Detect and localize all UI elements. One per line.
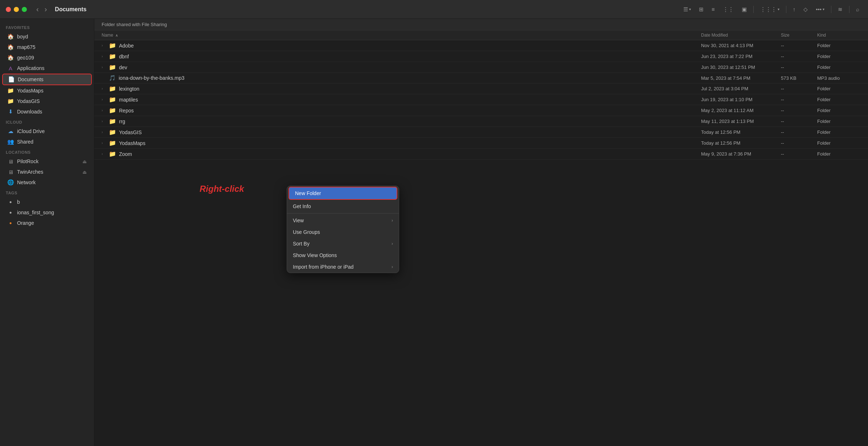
expand-arrow-icon: › [102, 87, 106, 91]
name-column-header[interactable]: Name ∧ [102, 33, 701, 38]
table-row[interactable]: › 📁 maptiles Jun 19, 2023 at 1:10 PM -- … [94, 94, 868, 105]
submenu-arrow-icon: › [392, 264, 393, 269]
context-menu-item-import-iphone[interactable]: Import from iPhone or iPad› [287, 261, 399, 273]
menu-item-label: Sort By [293, 241, 310, 247]
expand-arrow-icon: › [102, 98, 106, 102]
sidebar-item-yodasmaps[interactable]: 📁 YodasMaps [2, 86, 92, 96]
date-modified: Jun 23, 2023 at 7:22 PM [701, 54, 781, 59]
date-modified: Jun 30, 2023 at 12:51 PM [701, 65, 781, 70]
minimize-button[interactable] [14, 7, 19, 12]
separator4 [849, 6, 849, 13]
sidebar-item-label: Applications [17, 65, 45, 71]
menu-item-label: Get Info [293, 203, 311, 209]
file-size: -- [781, 151, 817, 157]
favorites-section-label: Favorites [0, 22, 94, 31]
file-name-cell: › 📁 rrg [102, 118, 701, 125]
gallery-icon: ▣ [742, 6, 747, 13]
tag-button[interactable]: ◇ [801, 4, 811, 15]
sidebar-item-geo109[interactable]: 🏠 geo109 [2, 53, 92, 63]
table-row[interactable]: › 📁 YodasMaps Today at 12:56 PM -- Folde… [94, 138, 868, 149]
file-name-cell: › 📁 lexington [102, 85, 701, 92]
tag-dot-icon: ● [7, 209, 14, 216]
share-button[interactable]: ↑ [790, 4, 799, 14]
sidebar-item-yodasgis[interactable]: 📁 YodasGIS [2, 96, 92, 106]
expand-arrow-icon: › [102, 65, 106, 69]
airdrop-button[interactable]: ≋ [835, 4, 846, 15]
folder-icon: 📁 [109, 96, 116, 103]
sidebar-item-documents[interactable]: 📄 Documents [2, 74, 92, 85]
columns-view-button[interactable]: ⋮⋮ [720, 4, 737, 15]
folder-icon: 📁 [109, 150, 116, 157]
sidebar-item-applications[interactable]: A Applications [2, 63, 92, 73]
date-column-header[interactable]: Date Modified [701, 33, 781, 38]
table-row[interactable]: › 📁 YodasGIS Today at 12:56 PM -- Folder [94, 127, 868, 138]
sidebar-item-pilotrock[interactable]: 🖥 PilotRock ⏏ [2, 156, 92, 166]
kind-column-header[interactable]: Kind [817, 33, 861, 38]
sidebar-item-label: geo109 [17, 55, 34, 61]
sidebar-item-label: TwinArches [17, 169, 43, 175]
sidebar-item-map675[interactable]: 🏠 map675 [2, 42, 92, 52]
sharing-banner: Folder shared with File Sharing [94, 19, 868, 30]
table-row[interactable]: 🎵 iona-down-by-the-banks.mp3 Mar 5, 2023… [94, 73, 868, 83]
sidebar-item-downloads[interactable]: ⬇ Downloads [2, 107, 92, 117]
file-name: maptiles [119, 97, 138, 103]
close-button[interactable] [6, 7, 11, 12]
sidebar-item-tag-orange[interactable]: ● Orange [2, 218, 92, 228]
submenu-arrow-icon: › [392, 218, 393, 223]
context-menu-item-get-info[interactable]: Get Info [287, 201, 399, 212]
table-row[interactable]: › 📁 rrg May 11, 2023 at 1:13 PM -- Folde… [94, 116, 868, 127]
gallery-view-button[interactable]: ▣ [739, 4, 750, 15]
computer-icon: 🖥 [7, 158, 14, 165]
grid-view-button[interactable]: ⊞ [696, 4, 707, 15]
sidebar-item-boyd[interactable]: 🏠 boyd [2, 32, 92, 42]
folder-icon: 📁 [109, 140, 116, 146]
file-name: dbnf [119, 54, 129, 59]
file-name-cell: › 📁 YodasGIS [102, 129, 701, 136]
forward-button[interactable]: › [42, 4, 49, 15]
table-row[interactable]: › 📁 Adobe Nov 30, 2021 at 4:13 PM -- Fol… [94, 40, 868, 51]
rows-view-button[interactable]: ≡ [709, 4, 718, 14]
context-menu-item-sort-by[interactable]: Sort By› [287, 238, 399, 249]
file-size: -- [781, 43, 817, 48]
file-name-cell: › 📁 dbnf [102, 53, 701, 60]
sidebar-item-tag-ionas[interactable]: ● ionas_first_song [2, 207, 92, 218]
list-icon: ☰ [683, 6, 688, 13]
size-column-header[interactable]: Size [781, 33, 817, 38]
file-size: 573 KB [781, 75, 817, 81]
file-name-cell: 🎵 iona-down-by-the-banks.mp3 [102, 75, 701, 81]
sidebar-item-tag-b[interactable]: ● b [2, 197, 92, 207]
sidebar-item-label: PilotRock [17, 158, 38, 164]
table-row[interactable]: › 📁 dbnf Jun 23, 2023 at 7:22 PM -- Fold… [94, 51, 868, 62]
table-row[interactable]: › 📁 Zoom May 9, 2023 at 7:36 PM -- Folde… [94, 149, 868, 160]
sidebar-item-icloud-drive[interactable]: ☁ iCloud Drive [2, 126, 92, 136]
folder-icon: 📁 [7, 98, 14, 104]
sidebar-item-twinArches[interactable]: 🖥 TwinArches ⏏ [2, 167, 92, 177]
file-kind: Folder [817, 43, 861, 48]
context-menu-item-show-view-options[interactable]: Show View Options [287, 249, 399, 261]
more-button[interactable]: ••• ▾ [813, 4, 827, 14]
fullscreen-button[interactable] [22, 7, 27, 12]
expand-arrow-icon: › [102, 141, 106, 145]
table-row[interactable]: › 📁 dev Jun 30, 2023 at 12:51 PM -- Fold… [94, 62, 868, 73]
search-button[interactable]: ⌕ [853, 4, 862, 14]
chevron-down-icon: ▾ [778, 7, 779, 11]
submenu-arrow-icon: › [392, 241, 393, 246]
table-row[interactable]: › 📁 lexington Jul 2, 2023 at 3:04 PM -- … [94, 83, 868, 94]
eject-icon[interactable]: ⏏ [82, 159, 87, 164]
folder-icon: 📁 [7, 87, 14, 94]
context-menu-item-view[interactable]: View› [287, 215, 399, 226]
table-row[interactable]: › 📁 Repos May 2, 2023 at 11:12 AM -- Fol… [94, 105, 868, 116]
sidebar-item-network[interactable]: 🌐 Network [2, 177, 92, 187]
date-modified: May 2, 2023 at 11:12 AM [701, 108, 781, 113]
file-name-cell: › 📁 maptiles [102, 96, 701, 103]
expand-arrow-icon: › [102, 119, 106, 123]
context-menu-item-use-groups[interactable]: Use Groups [287, 226, 399, 238]
back-button[interactable]: ‹ [34, 4, 41, 15]
sidebar-item-shared[interactable]: 👥 Shared [2, 137, 92, 147]
list-view-button[interactable]: ☰ ▾ [680, 4, 694, 15]
eject-icon[interactable]: ⏏ [82, 169, 87, 175]
main-layout: Favorites 🏠 boyd 🏠 map675 🏠 geo109 A App… [0, 19, 868, 446]
icloud-section-label: iCloud [0, 117, 94, 126]
context-menu-item-new-folder[interactable]: New Folder [288, 187, 397, 200]
apps-button[interactable]: ⋮⋮⋮ ▾ [757, 4, 782, 15]
